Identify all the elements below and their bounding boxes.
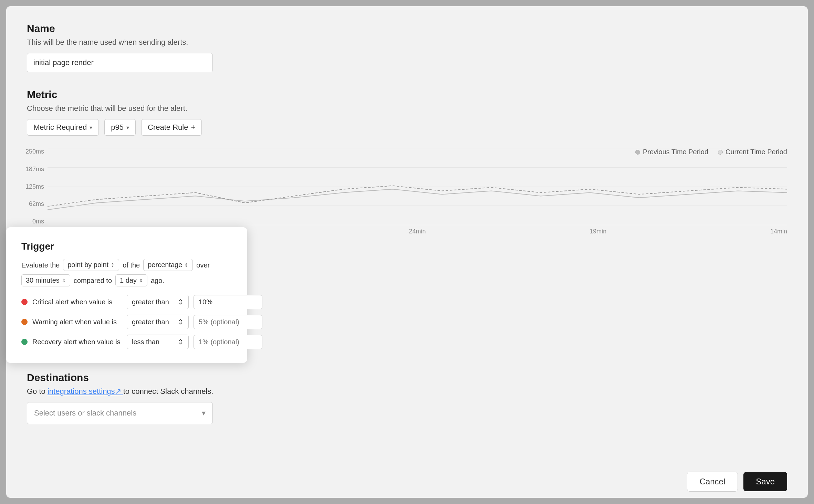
thirty-minutes-dropdown[interactable]: 30 minutes ⇕	[21, 274, 70, 286]
warning-value-input[interactable]	[194, 315, 262, 329]
chart-y-labels: 250ms 187ms 125ms 62ms 0ms	[27, 148, 48, 225]
y-label-0: 0ms	[32, 218, 44, 225]
evaluate-text-3: over	[196, 260, 210, 270]
trigger-modal: Trigger Evaluate the point by point ⇕ of…	[6, 227, 247, 363]
grid-line-50	[48, 187, 787, 187]
alert-rows: Critical alert when value is greater tha…	[21, 295, 232, 349]
cancel-button[interactable]: Cancel	[687, 472, 738, 492]
trigger-description: Evaluate the point by point ⇕ of the per…	[21, 259, 232, 286]
grid-line-25	[48, 167, 787, 168]
evaluate-text-1: Evaluate the	[21, 260, 60, 270]
chevron-down-icon: ▾	[126, 124, 129, 131]
footer-buttons: Cancel Save	[687, 472, 787, 492]
critical-dot	[21, 299, 28, 305]
name-section-title: Name	[27, 23, 787, 34]
y-label-125: 125ms	[25, 183, 44, 190]
y-label-187: 187ms	[25, 166, 44, 173]
x-label-19min: 19min	[589, 228, 606, 235]
metric-section-desc: Choose the metric that will be used for …	[27, 104, 787, 113]
chevron-updown-icon: ⇕	[184, 262, 188, 268]
critical-value-input[interactable]	[194, 295, 262, 309]
grid-line-top	[48, 148, 787, 148]
percentage-dropdown[interactable]: percentage ⇕	[143, 259, 193, 271]
plus-icon: +	[191, 123, 195, 132]
y-label-250: 250ms	[25, 148, 44, 155]
integrations-settings-link[interactable]: integrations settings↗	[48, 387, 123, 396]
chart-plot	[48, 148, 787, 225]
trigger-title: Trigger	[21, 241, 232, 252]
evaluate-text-4: compared to	[74, 275, 112, 286]
point-by-point-dropdown[interactable]: point by point ⇕	[63, 259, 119, 271]
chevron-updown-icon: ⇕	[178, 298, 184, 306]
x-label-14min: 14min	[770, 228, 787, 235]
chevron-updown-icon: ⇕	[62, 278, 66, 283]
warning-dot	[21, 319, 28, 325]
destinations-title: Destinations	[27, 372, 787, 384]
chevron-updown-icon: ⇕	[178, 318, 184, 326]
name-input[interactable]	[27, 53, 213, 72]
warning-alert-label: Warning alert when value is	[32, 318, 122, 326]
recovery-value-input[interactable]	[194, 335, 262, 349]
save-button[interactable]: Save	[743, 472, 787, 491]
warning-alert-row: Warning alert when value is greater than…	[21, 315, 232, 329]
metric-controls: Metric Required ▾ p95 ▾ Create Rule +	[27, 119, 787, 136]
chevron-updown-icon: ⇕	[111, 262, 115, 268]
p95-dropdown[interactable]: p95 ▾	[104, 119, 136, 136]
recovery-dot	[21, 339, 28, 345]
recovery-condition-dropdown[interactable]: less than ⇕	[127, 335, 189, 349]
chevron-updown-icon: ⇕	[178, 338, 184, 346]
one-day-dropdown[interactable]: 1 day ⇕	[115, 274, 147, 286]
recovery-alert-row: Recovery alert when value is less than ⇕	[21, 335, 232, 349]
create-rule-button[interactable]: Create Rule +	[141, 119, 202, 136]
destinations-desc-text1: Go to	[27, 387, 45, 396]
warning-condition-dropdown[interactable]: greater than ⇕	[127, 315, 189, 329]
critical-alert-row: Critical alert when value is greater tha…	[21, 295, 232, 309]
destinations-desc: Go to integrations settings↗ to connect …	[27, 387, 787, 396]
evaluate-text-2: of the	[123, 260, 140, 270]
name-section: Name This will be the name used when sen…	[27, 23, 787, 72]
critical-alert-label: Critical alert when value is	[32, 298, 122, 306]
x-label-24min: 24min	[409, 228, 426, 235]
metric-section-title: Metric	[27, 89, 787, 101]
slack-channels-dropdown[interactable]: Select users or slack channels ▾	[27, 402, 213, 424]
recovery-alert-label: Recovery alert when value is	[32, 338, 122, 346]
evaluate-text-5: ago.	[151, 275, 164, 286]
critical-condition-dropdown[interactable]: greater than ⇕	[127, 295, 189, 309]
name-section-desc: This will be the name used when sending …	[27, 38, 787, 47]
chevron-down-icon: ▾	[202, 409, 206, 418]
metric-required-dropdown[interactable]: Metric Required ▾	[27, 119, 99, 136]
chart-area: 250ms 187ms 125ms 62ms 0ms	[27, 148, 787, 238]
y-label-62: 62ms	[29, 200, 44, 208]
grid-line-75	[48, 206, 787, 206]
chevron-down-icon: ▾	[90, 124, 92, 131]
chevron-updown-icon: ⇕	[139, 278, 143, 283]
destinations-desc-text2: to connect Slack channels.	[123, 387, 213, 396]
metric-section: Metric Choose the metric that will be us…	[27, 89, 787, 136]
destinations-section: Destinations Go to integrations settings…	[27, 372, 787, 424]
